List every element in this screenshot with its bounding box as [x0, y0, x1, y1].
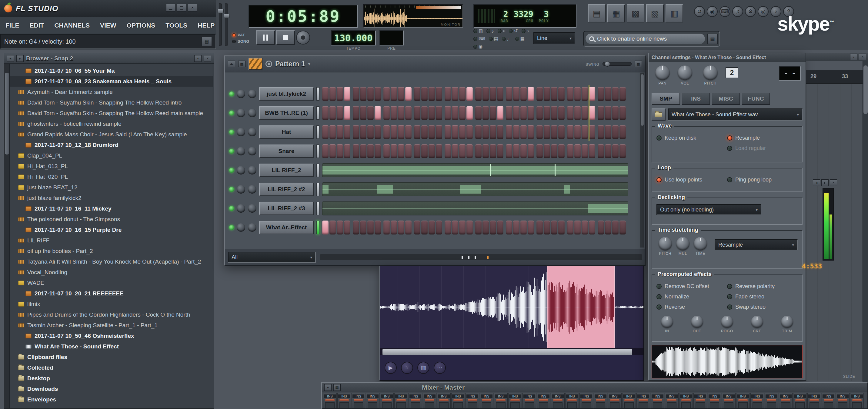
mixer-strip[interactable]: INS: [765, 393, 778, 408]
playlist-scrollbar[interactable]: [863, 61, 868, 409]
recording-button[interactable]: ◉: [707, 6, 718, 17]
step-cell[interactable]: [551, 87, 557, 101]
step-cell[interactable]: [353, 87, 359, 101]
step-cell[interactable]: [344, 106, 350, 120]
zoom-button[interactable]: ◎: [758, 6, 769, 17]
step-cell[interactable]: [598, 106, 604, 120]
mixer-strip[interactable]: INS: [537, 393, 550, 408]
mixer-strip[interactable]: INS: [437, 393, 451, 408]
channel-select-strip[interactable]: [316, 106, 319, 120]
step-cell[interactable]: [605, 87, 611, 101]
browser-item[interactable]: 2017-11-07 10_06_55 Your Ma: [10, 65, 213, 76]
step-cell[interactable]: [567, 144, 574, 158]
piano-roll-panel-button[interactable]: ▩: [627, 4, 644, 23]
step-cell[interactable]: [337, 221, 343, 234]
step-cell[interactable]: [421, 106, 428, 120]
tab-misc[interactable]: MISC: [712, 93, 740, 105]
minimize-button[interactable]: ▁: [166, 4, 175, 11]
channel-button[interactable]: LIL RIFF_2: [259, 164, 314, 177]
mixer-strip[interactable]: INS: [337, 393, 351, 408]
step-cell[interactable]: [398, 106, 404, 120]
step-cell[interactable]: [383, 106, 390, 120]
step-cell[interactable]: [582, 144, 588, 158]
step-cell[interactable]: [414, 125, 421, 139]
browser-item[interactable]: just blaze BEAT_12: [10, 182, 213, 193]
option-reverse[interactable]: Reverse: [656, 302, 727, 312]
mixer-strip[interactable]: INS: [423, 393, 436, 408]
step-cell[interactable]: [466, 221, 473, 234]
channel-pan-knob[interactable]: [237, 128, 245, 136]
channel-select-strip[interactable]: [316, 183, 319, 196]
pitch-knob[interactable]: [658, 237, 672, 250]
step-cell[interactable]: [558, 221, 565, 234]
midi-keyboard-button[interactable]: ♫: [732, 6, 743, 17]
tab-ins[interactable]: INS: [682, 93, 710, 105]
mixer-strip-fader[interactable]: [781, 402, 790, 408]
browser-item[interactable]: David Torn - Suyafhu Skin - Snapping The…: [10, 97, 213, 108]
step-cell[interactable]: [459, 106, 466, 120]
mixer-strip[interactable]: INS: [651, 393, 664, 408]
channel-enable-led[interactable]: [229, 92, 234, 96]
typing-keyboard-button[interactable]: ⌨: [719, 6, 731, 17]
step-cell[interactable]: [582, 87, 588, 101]
step-record-toggle[interactable]: ▦: [515, 36, 525, 41]
step-cell[interactable]: [322, 106, 329, 120]
step-cell[interactable]: [475, 144, 482, 158]
channel-volume-knob[interactable]: [248, 223, 256, 232]
master-pitch-slider[interactable]: [219, 3, 222, 46]
mixer-strip-knob[interactable]: [852, 399, 862, 401]
step-cell[interactable]: [589, 221, 595, 234]
step-cell[interactable]: [589, 106, 595, 120]
channel-pan-knob[interactable]: [237, 204, 245, 213]
time-knob[interactable]: [694, 237, 707, 250]
meter-close-icon[interactable]: ×: [830, 179, 837, 186]
step-cell[interactable]: [367, 144, 374, 158]
mixer-strip[interactable]: INS: [565, 393, 579, 408]
mixer-strip-fader[interactable]: [667, 402, 677, 408]
mixer-strip-fader[interactable]: [624, 402, 634, 408]
step-cell[interactable]: [506, 106, 512, 120]
channel-pan-knob[interactable]: [237, 166, 245, 175]
mixer-strip-knob[interactable]: [468, 399, 477, 401]
meter-next-icon[interactable]: ▸: [821, 179, 829, 186]
mixer-strip-fader[interactable]: [425, 402, 434, 408]
channel-select-strip[interactable]: [316, 145, 319, 158]
mixer-strip-fader[interactable]: [325, 402, 335, 408]
step-cell[interactable]: [405, 221, 411, 234]
step-cell[interactable]: [536, 221, 543, 234]
browser-item[interactable]: Clipboard files: [10, 352, 213, 363]
mixer-strip-knob[interactable]: [553, 399, 562, 401]
option-use-loop-points[interactable]: Use loop points: [656, 175, 727, 185]
step-cell[interactable]: [483, 106, 489, 120]
mixer-strip-knob[interactable]: [624, 399, 634, 401]
step-cell[interactable]: [383, 87, 390, 101]
step-cell[interactable]: [360, 106, 366, 120]
mixer-strip-fader[interactable]: [596, 402, 605, 408]
step-cell[interactable]: [429, 221, 435, 234]
browser-panel-button[interactable]: ▧: [646, 4, 664, 23]
step-cell[interactable]: [551, 106, 557, 120]
mixer-strip-fader[interactable]: [368, 402, 377, 408]
step-sequencer-panel-button[interactable]: ▦: [607, 4, 625, 23]
step-cell[interactable]: [459, 221, 466, 234]
step-cell[interactable]: [444, 125, 451, 139]
step-cell[interactable]: [612, 221, 619, 234]
menu-item-channels[interactable]: CHANNELS: [54, 22, 90, 29]
channel-select-strip[interactable]: [316, 87, 319, 101]
browser-item[interactable]: Collected: [10, 363, 213, 373]
loop-record-toggle[interactable]: ↺: [509, 28, 518, 34]
step-cell[interactable]: [391, 125, 397, 139]
play-pause-button[interactable]: [256, 30, 275, 45]
mixer-strip-fader[interactable]: [468, 402, 477, 408]
step-cell[interactable]: [567, 125, 574, 139]
step-cell[interactable]: [490, 106, 496, 120]
step-cell[interactable]: [612, 144, 619, 158]
step-cell[interactable]: [429, 106, 435, 120]
browser-item[interactable]: 2017-11-07 10_16_11 Mickey: [10, 203, 213, 214]
mixer-strip-knob[interactable]: [752, 399, 762, 401]
step-cell[interactable]: [490, 221, 496, 234]
channel-button[interactable]: Hat: [259, 125, 314, 139]
step-cell[interactable]: [551, 221, 557, 234]
step-cell[interactable]: [558, 87, 565, 101]
step-cell[interactable]: [405, 144, 411, 158]
